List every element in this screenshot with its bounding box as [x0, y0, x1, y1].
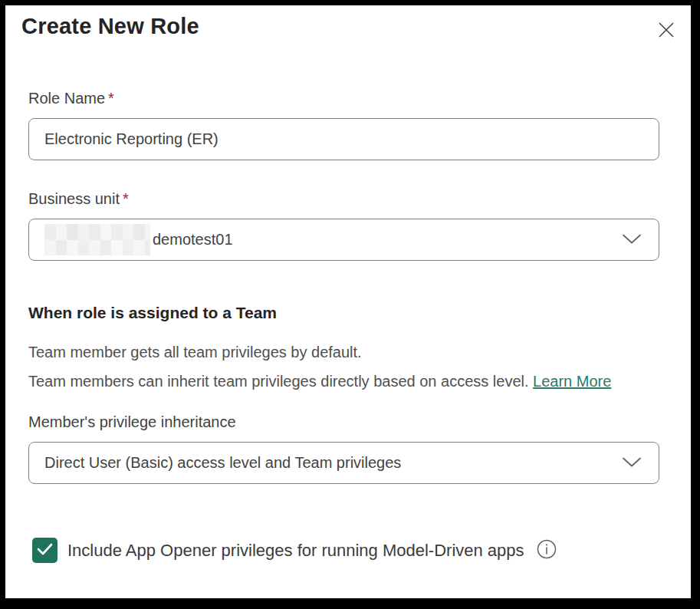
- checkmark-icon: [37, 543, 53, 558]
- info-icon: [536, 538, 557, 562]
- create-new-role-dialog: Create New Role Role Name* Electronic Re…: [5, 5, 691, 598]
- info-button[interactable]: [536, 538, 557, 562]
- required-asterisk: *: [123, 190, 129, 207]
- business-unit-dropdown[interactable]: demotest01: [28, 219, 659, 261]
- role-name-label: Role Name*: [28, 90, 691, 107]
- role-name-value: Electronic Reporting (ER): [44, 130, 219, 148]
- privilege-inheritance-dropdown[interactable]: Direct User (Basic) access level and Tea…: [28, 442, 659, 484]
- learn-more-link[interactable]: Learn More: [533, 373, 611, 390]
- team-section-heading: When role is assigned to a Team: [28, 304, 691, 322]
- chevron-down-icon: [622, 454, 642, 472]
- dialog-title: Create New Role: [21, 14, 199, 39]
- app-opener-label: Include App Opener privileges for runnin…: [67, 541, 524, 561]
- privilege-inheritance-label: Member's privilege inheritance: [28, 413, 691, 431]
- role-name-input[interactable]: Electronic Reporting (ER): [28, 118, 659, 160]
- dialog-header: Create New Role: [5, 5, 691, 46]
- business-unit-label: Business unit*: [28, 190, 691, 208]
- close-button[interactable]: [651, 15, 682, 46]
- redacted-text-blur: [44, 224, 150, 255]
- close-icon: [656, 20, 676, 42]
- privilege-inheritance-value: Direct User (Basic) access level and Tea…: [44, 454, 401, 472]
- chevron-down-icon: [622, 231, 642, 249]
- dialog-frame: Create New Role Role Name* Electronic Re…: [0, 0, 700, 609]
- app-opener-row: Include App Opener privileges for runnin…: [28, 538, 691, 563]
- team-section-line2: Team members can inherit team privileges…: [28, 373, 691, 390]
- app-opener-checkbox[interactable]: [32, 538, 58, 563]
- required-asterisk: *: [108, 90, 114, 107]
- dialog-content: Role Name* Electronic Reporting (ER) Bus…: [5, 90, 691, 563]
- business-unit-value: demotest01: [153, 231, 233, 249]
- team-section-line1: Team member gets all team privileges by …: [28, 344, 691, 361]
